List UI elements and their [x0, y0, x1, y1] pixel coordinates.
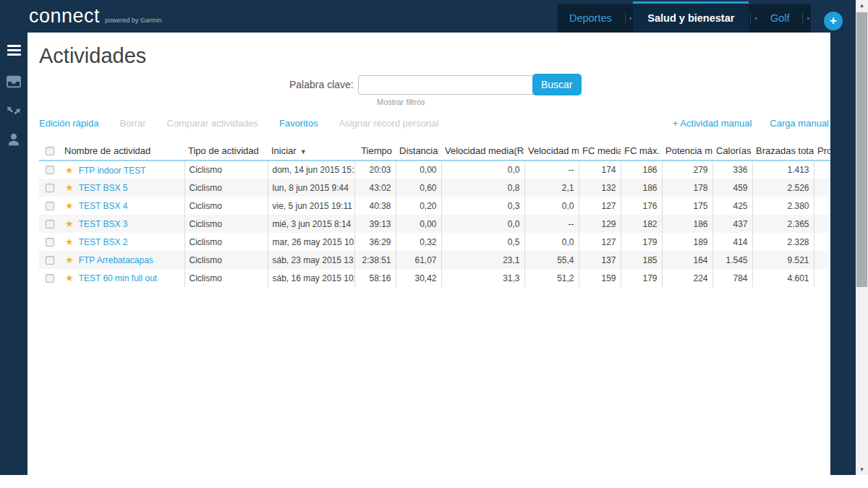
activity-link[interactable]: TEST 60 min full out: [79, 273, 158, 283]
cell-start: mié, 3 jun 2015 8:14: [268, 215, 354, 233]
column-header-time[interactable]: Tiempo: [354, 142, 396, 160]
favorite-star-icon[interactable]: ★: [65, 273, 74, 283]
search-input[interactable]: [358, 75, 534, 95]
column-header-type[interactable]: Tipo de actividad: [184, 142, 268, 160]
cell-calories: 1.545: [712, 251, 752, 269]
activity-link[interactable]: TEST BSX 3: [79, 219, 128, 229]
cell-max_hr: 179: [621, 269, 662, 287]
favorite-star-icon[interactable]: ★: [65, 200, 74, 211]
favorite-star-icon[interactable]: ★: [65, 236, 74, 247]
cell-time: 20:03: [354, 160, 396, 179]
toolbar-link-edici-n-r-pida[interactable]: Edición rápida: [39, 118, 98, 129]
row-checkbox[interactable]: [46, 256, 54, 265]
activities-table: Nombre de actividadTipo de actividadInic…: [39, 142, 830, 287]
activity-link[interactable]: TEST BSX 4: [79, 201, 128, 211]
tab-deportes[interactable]: Deportes: [558, 4, 624, 33]
select-all-checkbox[interactable]: [46, 147, 54, 155]
cell-name: ★FTP indoor TEST: [61, 160, 184, 179]
toolbar-link-carga-manual[interactable]: Carga manual: [770, 118, 829, 129]
scrollbar-track[interactable]: ▲ ▼: [856, 0, 868, 475]
cell-avg2: [814, 160, 830, 179]
row-checkbox[interactable]: [46, 238, 54, 247]
table-header-row: Nombre de actividadTipo de actividadInic…: [39, 142, 830, 160]
activity-link[interactable]: TEST BSX 2: [79, 237, 128, 247]
logo-text: connect: [29, 4, 100, 27]
column-header-max_speed[interactable]: Velocidad má: [524, 142, 579, 160]
column-header-avg2[interactable]: Prome: [814, 142, 830, 160]
cell-avg2: [814, 233, 830, 251]
chevron-down-icon[interactable]: ▾: [629, 16, 632, 22]
scroll-up-button[interactable]: ▲: [856, 0, 868, 11]
cell-distance: 0,00: [396, 160, 441, 179]
cell-time: 39:13: [354, 215, 396, 233]
column-header-avg_hr[interactable]: FC media: [579, 142, 621, 160]
cell-start: lun, 8 jun 2015 9:44: [268, 179, 354, 197]
favorite-star-icon[interactable]: ★: [65, 182, 74, 193]
row-checkbox[interactable]: [46, 202, 54, 210]
activity-link[interactable]: FTP Arrebatacapas: [79, 255, 153, 265]
cell-name: ★TEST 60 min full out: [61, 269, 184, 287]
column-header-check[interactable]: [39, 142, 61, 160]
tab-golf[interactable]: Golf: [759, 4, 801, 33]
cell-avg2: [814, 269, 830, 287]
column-header-distance[interactable]: Distancia: [396, 142, 441, 160]
scrollbar-thumb[interactable]: [856, 12, 867, 287]
cell-max_hr: 176: [621, 197, 662, 215]
row-checkbox[interactable]: [46, 184, 54, 192]
column-header-calories[interactable]: Calorías: [712, 142, 752, 160]
column-header-name[interactable]: Nombre de actividad: [61, 142, 184, 160]
cell-distance: 30,42: [396, 269, 441, 287]
user-icon[interactable]: [6, 132, 22, 147]
cell-calories: 425: [712, 197, 752, 215]
tab-salud-y-bienestar[interactable]: Salud y bienestar: [633, 1, 749, 33]
cell-max_hr: 185: [621, 251, 662, 269]
favorite-star-icon[interactable]: ★: [65, 165, 74, 176]
table-row: ★TEST BSX 2Ciclismomar, 26 may 2015 10:1…: [39, 233, 830, 251]
toolbar-link-actividad-manual[interactable]: + Actividad manual: [673, 118, 752, 129]
column-header-max_hr[interactable]: FC máx.: [621, 142, 662, 160]
chevron-down-icon[interactable]: ▾: [754, 16, 757, 22]
cell-max_hr: 186: [621, 179, 662, 197]
row-checkbox[interactable]: [46, 166, 54, 174]
sync-arrows-icon[interactable]: [6, 105, 22, 116]
cell-power: 186: [662, 215, 712, 233]
cell-start: mar, 26 may 2015 10:11: [268, 233, 354, 251]
column-header-strokes[interactable]: Brazadas total: [752, 142, 814, 160]
activity-link[interactable]: TEST BSX 5: [79, 183, 128, 193]
cell-name: ★TEST BSX 5: [61, 179, 184, 197]
search-bar: Palabra clave: Buscar: [289, 74, 582, 95]
cell-calories: 336: [712, 160, 752, 179]
row-checkbox[interactable]: [46, 274, 54, 283]
top-navigation-bar: connect powered by Garmin Deportes▾Salud…: [0, 0, 856, 33]
cell-type: Ciclismo: [184, 233, 268, 251]
cell-max_speed: --: [524, 160, 579, 179]
column-header-start[interactable]: Iniciar▼: [268, 142, 354, 160]
activity-link[interactable]: FTP indoor TEST: [79, 166, 146, 176]
cell-power: 164: [662, 251, 712, 269]
search-button[interactable]: Buscar: [532, 74, 582, 95]
tab-separator: ▾: [749, 13, 759, 24]
cell-calories: 437: [712, 215, 752, 233]
column-header-power[interactable]: Potencia m: [662, 142, 712, 160]
chevron-down-icon[interactable]: ▾: [807, 16, 809, 22]
cell-strokes: 2.365: [752, 215, 814, 233]
cell-start: sáb, 23 may 2015 13:32: [268, 251, 354, 269]
connect-logo[interactable]: connect powered by Garmin: [29, 4, 162, 27]
scroll-down-button[interactable]: ▼: [856, 464, 868, 475]
cell-type: Ciclismo: [184, 179, 268, 197]
show-filters-link[interactable]: Mostrar filtros: [377, 98, 425, 106]
favorite-star-icon[interactable]: ★: [65, 254, 74, 265]
cell-time: 58:16: [354, 269, 396, 287]
toolbar-link-favoritos[interactable]: Favoritos: [279, 118, 318, 129]
cell-distance: 0,00: [396, 215, 441, 233]
row-checkbox[interactable]: [46, 220, 54, 228]
column-header-avg_speed[interactable]: Velocidad media(Ritm: [441, 142, 524, 160]
inbox-icon[interactable]: [6, 74, 22, 89]
cell-distance: 0,20: [396, 197, 441, 215]
add-button[interactable]: +: [824, 12, 843, 30]
favorite-star-icon[interactable]: ★: [65, 218, 74, 229]
cell-max_hr: 182: [621, 215, 662, 233]
cell-max_speed: 0,0: [524, 197, 579, 215]
sort-desc-icon: ▼: [300, 148, 307, 155]
menu-icon[interactable]: [7, 43, 21, 58]
